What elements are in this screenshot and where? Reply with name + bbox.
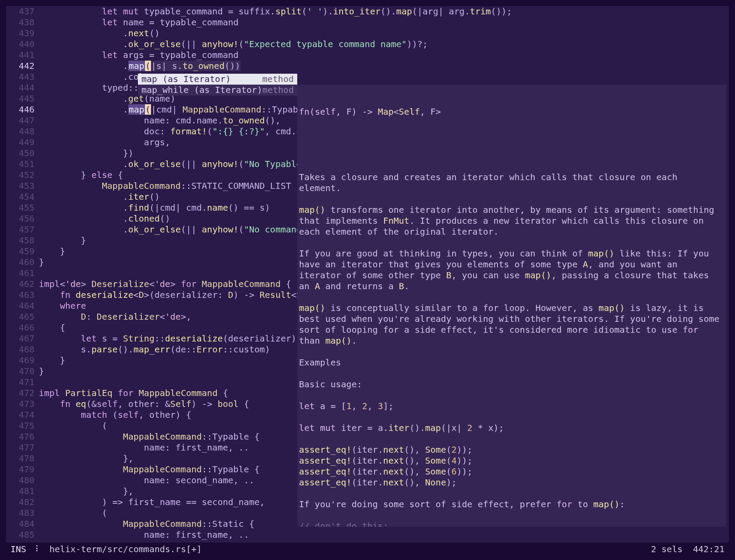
line-number: 446 bbox=[6, 104, 34, 115]
code-line[interactable]: name: first_name, .. bbox=[39, 529, 729, 540]
line-number: 467 bbox=[6, 333, 34, 344]
line-number: 453 bbox=[6, 181, 34, 191]
line-number: 480 bbox=[6, 475, 34, 486]
line-number: 470 bbox=[6, 366, 34, 377]
completion-kind: method bbox=[262, 74, 294, 85]
selection-count: 2 sels bbox=[651, 544, 683, 554]
line-number: 473 bbox=[6, 399, 34, 410]
line-number: 476 bbox=[6, 431, 34, 442]
line-number: 458 bbox=[6, 235, 34, 246]
line-number: 464 bbox=[6, 300, 34, 311]
line-number: 451 bbox=[6, 159, 34, 170]
completion-label: map_while (as Iterator) bbox=[141, 85, 262, 96]
file-path: helix-term/src/commands.rs[+] bbox=[49, 544, 202, 554]
line-number: 443 bbox=[6, 72, 34, 82]
line-number: 465 bbox=[6, 311, 34, 322]
spinner-icon: ⠇ bbox=[35, 544, 41, 554]
line-number: 484 bbox=[6, 519, 34, 529]
completion-label: map (as Iterator) bbox=[141, 74, 231, 85]
cursor-position: 442:21 bbox=[693, 544, 725, 554]
line-number: 462 bbox=[6, 279, 34, 290]
line-number: 456 bbox=[6, 213, 34, 224]
line-number: 472 bbox=[6, 388, 34, 399]
code-line[interactable]: let mut typable_command = suffix.split('… bbox=[39, 6, 729, 17]
line-number: 466 bbox=[6, 322, 34, 333]
code-line[interactable]: let args = typable_command bbox=[39, 50, 729, 61]
line-number: 440 bbox=[6, 39, 34, 50]
line-number: 444 bbox=[6, 82, 34, 93]
line-number: 459 bbox=[6, 246, 34, 257]
line-number: 450 bbox=[6, 148, 34, 159]
line-number: 481 bbox=[6, 486, 34, 497]
completion-popup[interactable]: map (as Iterator)methodmap_while (as Ite… bbox=[138, 74, 297, 96]
code-line[interactable]: let name = typable_command bbox=[39, 17, 729, 28]
line-number: 463 bbox=[6, 290, 34, 300]
line-number: 452 bbox=[6, 170, 34, 181]
completion-item[interactable]: map_while (as Iterator)method bbox=[138, 85, 297, 96]
line-number: 469 bbox=[6, 355, 34, 366]
code-line[interactable]: .next() bbox=[39, 28, 729, 39]
line-number: 483 bbox=[6, 508, 34, 519]
line-number: 468 bbox=[6, 344, 34, 355]
code-area[interactable]: 4374384394404414424434444454464474484494… bbox=[6, 6, 729, 543]
doc-signature: fn(self, F) -> Map<Self, F> bbox=[299, 106, 725, 117]
line-number: 477 bbox=[6, 442, 34, 453]
line-number: 438 bbox=[6, 17, 34, 28]
completion-kind: method bbox=[262, 85, 294, 96]
line-number: 442 bbox=[6, 61, 34, 72]
editor-mode: INS bbox=[10, 544, 26, 554]
editor-window: 4374384394404414424434444454464474484494… bbox=[0, 0, 735, 560]
line-number: 471 bbox=[6, 377, 34, 388]
line-number: 454 bbox=[6, 191, 34, 202]
line-number: 485 bbox=[6, 529, 34, 540]
code-line[interactable]: .map(|s| s.to_owned()) bbox=[39, 61, 729, 72]
line-number: 455 bbox=[6, 202, 34, 213]
line-number: 437 bbox=[6, 6, 34, 17]
line-number: 461 bbox=[6, 268, 34, 279]
code-line[interactable]: .ok_or_else(|| anyhow!("Expected typable… bbox=[39, 39, 729, 50]
line-number-gutter: 4374384394404414424434444454464474484494… bbox=[6, 6, 39, 543]
documentation-popup[interactable]: fn(self, F) -> Map<Self, F> Takes a clos… bbox=[297, 85, 726, 527]
line-number: 460 bbox=[6, 257, 34, 268]
completion-item[interactable]: map (as Iterator)method bbox=[138, 74, 297, 85]
line-number: 441 bbox=[6, 50, 34, 61]
line-number: 479 bbox=[6, 464, 34, 475]
line-number: 445 bbox=[6, 93, 34, 104]
line-number: 449 bbox=[6, 137, 34, 148]
line-number: 478 bbox=[6, 453, 34, 464]
line-number: 482 bbox=[6, 497, 34, 508]
line-number: 447 bbox=[6, 115, 34, 126]
line-number: 474 bbox=[6, 410, 34, 420]
line-number: 457 bbox=[6, 224, 34, 235]
line-number: 475 bbox=[6, 420, 34, 431]
line-number: 448 bbox=[6, 126, 34, 137]
line-number: 439 bbox=[6, 28, 34, 39]
status-bar: INS ⠇ helix-term/src/commands.rs[+] 2 se… bbox=[6, 543, 729, 556]
doc-body: Takes a closure and creates an iterator … bbox=[299, 172, 725, 527]
